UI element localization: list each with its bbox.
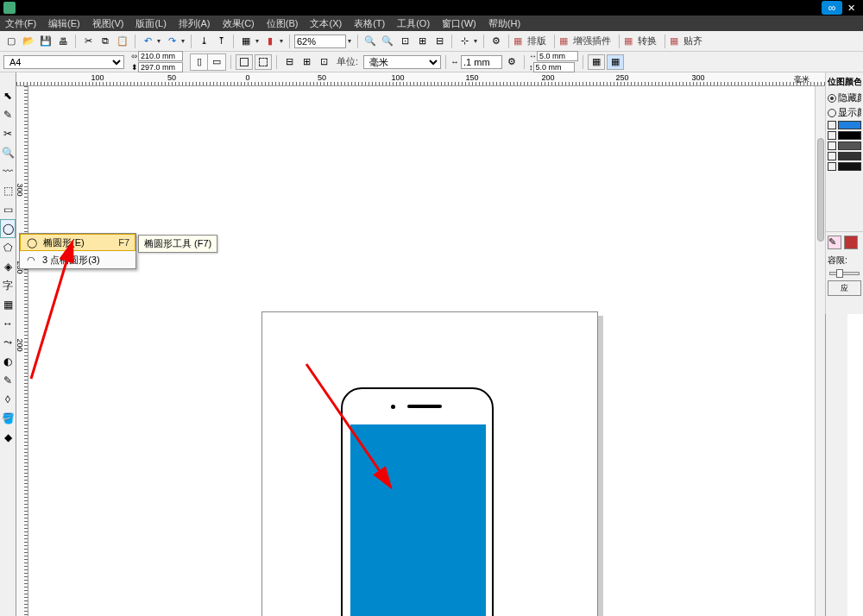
edit-color-icon[interactable] (844, 236, 858, 249)
btn-convert[interactable]: 转换 (634, 35, 660, 47)
align-icon1[interactable]: ⊟ (281, 54, 297, 70)
menu-bitmap[interactable]: 位图(B) (267, 17, 299, 30)
orientation-toggle[interactable]: ▯▭ (190, 53, 226, 71)
polygon-tool-icon[interactable]: ⬠ (0, 238, 16, 257)
copy-icon[interactable]: ⧉ (98, 34, 113, 49)
vertical-scrollbar[interactable] (815, 86, 825, 616)
pick-tool-icon[interactable]: ⬉ (0, 86, 16, 105)
shape-tool-icon[interactable]: ✎ (0, 105, 16, 124)
radio-show[interactable]: 显示颜 (828, 106, 861, 119)
paste-icon[interactable]: 📋 (115, 34, 130, 49)
zoom-out-icon[interactable]: 🔍 (380, 34, 395, 49)
table-tool-icon[interactable]: ▦ (0, 295, 16, 314)
undo-icon[interactable]: ↶ (140, 34, 155, 49)
zoom-tool-icon[interactable]: 🔍 (0, 143, 16, 162)
snap-objects-icon[interactable]: ▦ (607, 54, 624, 70)
page-width-input[interactable] (138, 51, 183, 61)
unit-label: 单位: (333, 55, 362, 68)
title-bar: ∞ ✕ (0, 0, 863, 16)
menu-layout[interactable]: 版面(L) (135, 17, 166, 30)
text-tool-icon[interactable]: 字 (0, 276, 16, 295)
tolerance-label: 容限: (828, 255, 861, 267)
menu-tools[interactable]: 工具(O) (397, 17, 430, 30)
canvas[interactable] (28, 86, 815, 616)
snap-icon[interactable]: ⊹ (457, 34, 472, 49)
ruler-unit-label: 毫米 (794, 74, 809, 85)
toolbox: ⬉ ✎ ✂ 🔍 〰 ⬚ ▭ ◯ ⬠ ◈ 字 ▦ ↔ ⤳ ◐ ✎ ◊ 🪣 ◆ (0, 72, 16, 616)
menu-window[interactable]: 窗口(W) (442, 17, 476, 30)
menu-file[interactable]: 文件(F) (5, 17, 36, 30)
color-swatch-4[interactable] (838, 152, 861, 160)
color-swatch-2[interactable] (838, 131, 861, 140)
color-swatch-5[interactable] (838, 162, 861, 171)
connector-tool-icon[interactable]: ⤳ (0, 333, 16, 352)
print-icon[interactable]: 🖶 (55, 34, 71, 49)
zoom-input[interactable] (294, 35, 346, 48)
radio-hide[interactable]: 隐藏颜 (828, 91, 861, 104)
page-layout-icon2[interactable] (255, 54, 272, 70)
dup-x-input[interactable] (537, 51, 578, 61)
align-icon3[interactable]: ⊡ (316, 54, 331, 70)
fill-tool-icon[interactable]: 🪣 (0, 409, 16, 428)
menu-edit[interactable]: 编辑(E) (48, 17, 80, 30)
nudge-settings-icon[interactable]: ⚙ (504, 54, 520, 70)
apply-button[interactable]: 应 (828, 280, 861, 296)
cut-icon[interactable]: ✂ (80, 34, 96, 49)
open-icon[interactable]: 📂 (21, 34, 36, 49)
btn-plugin[interactable]: 增强插件 (570, 35, 614, 47)
ellipse-tool-icon[interactable]: ◯ (0, 219, 16, 238)
menu-arrange[interactable]: 排列(A) (179, 17, 211, 30)
zoom-page-icon[interactable]: ⊞ (414, 34, 430, 49)
dimension-tool-icon[interactable]: ↔ (0, 314, 16, 333)
export-icon[interactable]: ⤒ (213, 34, 229, 49)
align-icon2[interactable]: ⊞ (299, 54, 314, 70)
welcome-icon[interactable]: ▮ (262, 34, 278, 49)
save-icon[interactable]: 💾 (38, 34, 54, 49)
smart-fill-icon[interactable]: ⬚ (0, 181, 16, 200)
menu-help[interactable]: 帮助(H) (488, 17, 520, 30)
page-layout-icon1[interactable] (236, 54, 253, 70)
eyedropper-icon[interactable]: ✎ (828, 236, 841, 249)
color-swatch-1[interactable] (838, 121, 861, 129)
rectangle-tool-icon[interactable]: ▭ (0, 200, 16, 219)
interactive-fill-icon[interactable]: ◆ (0, 428, 16, 447)
options-icon[interactable]: ⚙ (488, 34, 504, 49)
dup-y-input[interactable] (533, 62, 575, 72)
btn-layout[interactable]: 排版 (524, 35, 550, 47)
tolerance-slider[interactable] (829, 272, 860, 275)
crop-tool-icon[interactable]: ✂ (0, 124, 16, 143)
blend-tool-icon[interactable]: ◐ (0, 352, 16, 371)
outline-tool-icon[interactable]: ◊ (0, 390, 16, 409)
page-height-input[interactable] (138, 62, 183, 72)
import-icon[interactable]: ⤓ (196, 34, 211, 49)
svg-line-0 (306, 364, 391, 487)
docker-lower: ✎ 容限: 应 (825, 231, 863, 299)
unit-select[interactable]: 毫米 (363, 55, 441, 69)
app-launcher-icon[interactable]: ▦ (238, 34, 254, 49)
menu-table[interactable]: 表格(T) (354, 17, 385, 30)
property-bar: A4 ⬄ ⬍ ▯▭ ⊟ ⊞ ⊡ 单位: 毫米 ↔ ⚙ ↔ ↕ ▦ ▦ (0, 52, 863, 72)
docker-title: 位图颜色遮 (828, 76, 861, 88)
ruler-horizontal: 10050050100150200250300 (16, 72, 863, 86)
treat-as-filled-icon[interactable]: ▦ (588, 54, 605, 70)
freehand-tool-icon[interactable]: 〰 (0, 162, 16, 181)
zoom-width-icon[interactable]: ⊟ (432, 34, 447, 49)
menu-view[interactable]: 视图(V) (92, 17, 124, 30)
color-swatch-3[interactable] (838, 141, 861, 150)
menu-effects[interactable]: 效果(C) (223, 17, 255, 30)
cloud-icon[interactable]: ∞ (822, 1, 842, 15)
eyedropper-icon[interactable]: ✎ (0, 371, 16, 390)
zoom-fit-icon[interactable]: ⊡ (397, 34, 413, 49)
menu-text[interactable]: 文本(X) (310, 17, 342, 30)
new-icon[interactable]: ▢ (3, 34, 19, 49)
page-preset-select[interactable]: A4 (3, 55, 124, 69)
zoom-in-icon[interactable]: 🔍 (362, 34, 378, 49)
menu-bar: 文件(F) 编辑(E) 视图(V) 版面(L) 排列(A) 效果(C) 位图(B… (0, 16, 863, 31)
tooltip: 椭圆形工具 (F7) (138, 235, 217, 253)
basic-shapes-icon[interactable]: ◈ (0, 257, 16, 276)
btn-align[interactable]: 贴齐 (680, 35, 706, 47)
redo-icon[interactable]: ↷ (164, 34, 180, 49)
annotation-arrow-icon (305, 362, 417, 492)
nudge-input[interactable] (461, 55, 502, 69)
panel-close-icon[interactable]: ✕ (847, 3, 860, 14)
